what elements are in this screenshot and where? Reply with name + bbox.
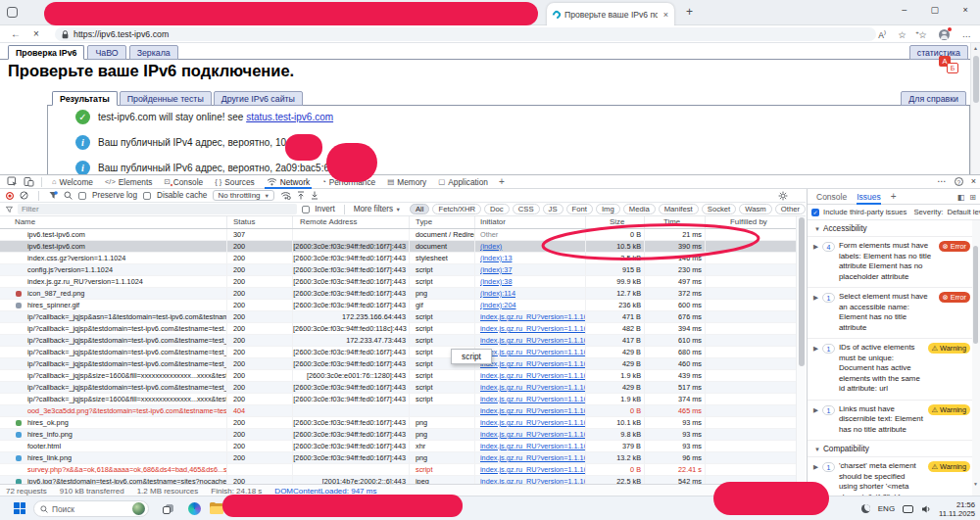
taskbar-clock[interactable]: 21:56 11.11.2025	[939, 500, 975, 518]
new-tab-button[interactable]: +	[686, 5, 693, 19]
network-conditions-icon[interactable]	[280, 191, 291, 200]
include-third-party-checkbox[interactable]: ✓	[811, 209, 819, 216]
initiator-link[interactable]: (index):37	[480, 265, 512, 274]
preserve-log-checkbox[interactable]	[78, 192, 86, 200]
record-network-log-icon[interactable]	[6, 192, 14, 200]
network-request-row[interactable]: hires_link.png200[2600:3c0e:f03c:94ff:fe…	[0, 452, 796, 464]
devtools-tab-memory[interactable]: ▤Memory	[381, 175, 432, 189]
network-request-row[interactable]: survey.php?x&&a=ok,618&aaaa=ok,686&ds4=b…	[0, 464, 796, 476]
issues-scrollbar[interactable]: ▼	[972, 220, 980, 496]
result-link[interactable]: status.test-ipv6.com	[246, 112, 333, 122]
browser-tab[interactable]: Проверьте ваше IPv6 подключ ×	[547, 3, 674, 25]
page-scrollbar[interactable]: ▲	[970, 43, 980, 174]
filter-chip[interactable]: Socket	[702, 204, 737, 214]
initiator-link[interactable]: (index)	[480, 242, 502, 251]
initiator-link[interactable]: index.js.gz.ru_RU?version=1.1.1024:220	[480, 324, 586, 333]
network-request-row[interactable]: footer.html200[2600:3c0e:f03c:94ff:fed0:…	[0, 441, 796, 452]
devtools-tab-sources[interactable]: { }Sources	[209, 175, 261, 189]
initiator-link[interactable]: index.js.gz.ru_RU?version=1.1.1024:57.	[480, 477, 586, 484]
filter-chip[interactable]: Font	[566, 204, 593, 214]
search-network-icon[interactable]	[64, 191, 73, 200]
initiator-link[interactable]: index.js.gz.ru_RU?version=1.1.1024:220	[480, 348, 586, 356]
disable-cache-checkbox[interactable]	[143, 192, 151, 200]
initiator-link[interactable]: index.js.gz.ru_RU?version=1.1.1024:220	[480, 371, 586, 380]
network-request-row[interactable]: ip/?callback=_jqjsp&testdomain=test-ipv6…	[0, 335, 796, 347]
network-request-row[interactable]: ipv6.jpg?&testdomain=test-ipv6.com&testn…	[0, 476, 796, 484]
task-view-button[interactable]	[163, 504, 173, 514]
more-filters-dropdown[interactable]: More filters ▼	[354, 205, 401, 213]
tab-actions-icon[interactable]	[7, 7, 18, 18]
devtools-menu-icon[interactable]: ⋯	[937, 176, 947, 186]
network-request-row[interactable]: ood_3e3ca5dd.png?&testdomain=test-ipv6.c…	[0, 405, 796, 417]
export-har-icon[interactable]	[311, 191, 318, 200]
site-nav-tab[interactable]: Зеркала	[129, 45, 178, 60]
network-request-row[interactable]: ip/?callback=_jqjsp&testdomain=test-ipv6…	[0, 347, 796, 358]
initiator-link[interactable]: index.js.gz.ru_RU?version=1.1.1024:220	[480, 465, 586, 474]
invert-checkbox[interactable]	[302, 206, 310, 213]
scrollbar-thumb[interactable]	[973, 246, 978, 344]
filter-chip[interactable]: JS	[543, 204, 564, 214]
network-request-row[interactable]: icon_987_red.png200[2600:3c0e:f03c:94ff:…	[0, 288, 796, 300]
network-tray-icon[interactable]	[903, 505, 913, 513]
devtools-help-icon[interactable]: ?	[955, 177, 963, 186]
results-tab[interactable]: Пройденные тесты	[120, 91, 212, 106]
initiator-link[interactable]: index.js.gz.ru_RU?version=1.1.1024:57.	[480, 406, 586, 415]
initiator-link[interactable]: (index):204	[480, 301, 516, 309]
initiator-link[interactable]: index.js.gz.ru_RU?version=1.1.1024:220	[480, 359, 586, 368]
column-header[interactable]: Status	[227, 216, 293, 228]
filter-chip[interactable]: Img	[596, 204, 620, 214]
issue-item[interactable]: ▶1'charset' meta element should be speci…	[808, 457, 973, 496]
column-header[interactable]: Name	[0, 216, 227, 228]
scroll-down-arrow[interactable]: ▼	[973, 481, 978, 487]
filter-chip[interactable]: Media	[623, 204, 656, 214]
issue-expander-icon[interactable]: ▶	[813, 294, 818, 302]
network-settings-gear-icon[interactable]	[778, 191, 788, 201]
severity-dropdown[interactable]: Default levels ▼	[947, 208, 980, 216]
network-request-row[interactable]: ip/?callback=_jqjsp&size=1600&fill=xxxxx…	[0, 394, 796, 405]
window-minimize-button[interactable]: –	[902, 5, 906, 15]
network-request-row[interactable]: ip/?callback=_jqjsp&size=1600&fill=xxxxx…	[0, 370, 796, 382]
initiator-link[interactable]: index.js.gz.ru_RU?version=1.1.1024:56.	[480, 453, 586, 462]
browser-menu-icon[interactable]: …	[962, 29, 972, 39]
translate-icon[interactable]: АБ	[939, 56, 962, 75]
site-nav-tab[interactable]: ЧаВО	[87, 45, 125, 60]
copilot-button[interactable]	[188, 502, 201, 515]
filter-chip[interactable]: Other	[775, 204, 806, 214]
volume-icon[interactable]	[921, 504, 931, 514]
issue-item[interactable]: ▶1Select element must have an accessible…	[808, 288, 973, 339]
import-har-icon[interactable]	[297, 191, 305, 200]
network-request-row[interactable]: index.js.gz.ru_RU?version=1.1.1024200[26…	[0, 276, 796, 288]
tab-console[interactable]: Console	[816, 189, 847, 205]
issue-item[interactable]: ▶1Links must have discernible text: Elem…	[808, 401, 973, 442]
window-close-button[interactable]: ×	[963, 5, 968, 15]
expand-panel-icon[interactable]: ⊞	[969, 193, 976, 202]
profile-avatar[interactable]	[939, 29, 950, 40]
issue-item[interactable]: ▶4Form elements must have labels: Elemen…	[808, 237, 973, 288]
file-explorer-button[interactable]	[210, 503, 223, 514]
filter-chip[interactable]: All	[410, 204, 430, 214]
filter-icon[interactable]	[49, 191, 58, 200]
initiator-link[interactable]: index.js.gz.ru_RU?version=1.1.1024:220	[480, 312, 586, 321]
issue-expander-icon[interactable]: ▶	[813, 463, 818, 471]
results-tab[interactable]: Результаты	[52, 91, 118, 106]
throttling-dropdown[interactable]: No throttling ▼	[213, 190, 274, 201]
devtools-tab-welcome[interactable]: ⌂Welcome	[46, 175, 99, 189]
scroll-up-arrow[interactable]: ▲	[973, 45, 978, 51]
scrollbar-thumb[interactable]	[799, 217, 805, 366]
initiator-link[interactable]: (index):38	[480, 277, 512, 286]
favorites-star-icon[interactable]: ☆	[898, 29, 906, 40]
devtools-tab-network[interactable]: Network	[261, 175, 316, 189]
tab-close-icon[interactable]: ×	[662, 10, 668, 20]
issue-expander-icon[interactable]: ▶	[813, 406, 818, 414]
filter-chip[interactable]: Manifest	[659, 204, 699, 214]
back-button[interactable]: ←	[11, 28, 21, 39]
initiator-link[interactable]: index.js.gz.ru_RU?version=1.1.1024:220	[480, 336, 586, 345]
site-nav-tab[interactable]: Проверка IPv6	[8, 45, 84, 60]
filter-chip[interactable]: Fetch/XHR	[432, 204, 481, 214]
dock-panel-icon[interactable]: ◧	[957, 193, 965, 202]
issue-expander-icon[interactable]: ▶	[813, 345, 818, 353]
network-request-row[interactable]: hires_ok.png200[2600:3c0e:f03c:94ff:fed0…	[0, 417, 796, 429]
results-tab[interactable]: Другие IPv6 сайты	[214, 91, 303, 106]
initiator-link[interactable]: (index):13	[480, 254, 512, 262]
issues-section-header[interactable]: ▼Compatibility	[808, 441, 973, 457]
